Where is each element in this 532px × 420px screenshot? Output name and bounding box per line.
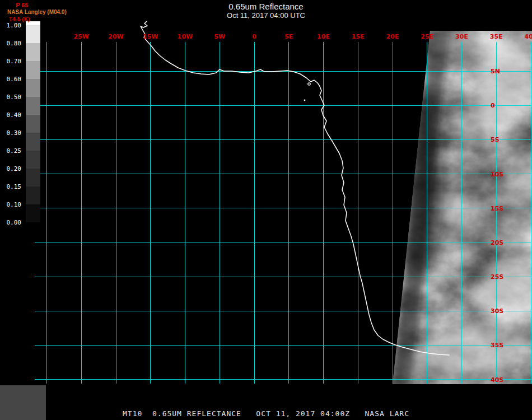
colorbar-segment — [26, 133, 40, 151]
colorbar-tick-label: 1.00 — [2, 22, 21, 29]
page-subtitle: Oct 11, 2017 04:00 UTC — [0, 11, 532, 20]
colorbar-tick-label: 0.40 — [2, 111, 21, 119]
colorbar-tick-label: 0.70 — [2, 58, 21, 65]
colorbar-tick-label: 0.20 — [2, 165, 21, 172]
nasa-langley-label: NASA Langley (M04.0) — [7, 9, 67, 15]
latitude-label: 0 — [491, 102, 495, 109]
colorbar-segment — [26, 186, 40, 204]
longitude-label: 10E — [317, 33, 330, 40]
longitude-label: 25E — [421, 33, 433, 40]
latitude-label: 5N — [491, 68, 500, 75]
longitude-label: 30E — [455, 33, 468, 40]
colorbar-gradient — [26, 21, 40, 222]
longitude-label: 5E — [284, 33, 293, 40]
page-title: 0.65um Reflectance — [0, 2, 532, 11]
product-code-label: P 65 — [16, 2, 28, 8]
longitude-label: 5W — [214, 33, 225, 40]
colorbar-tick-label: 0.60 — [2, 76, 21, 83]
latitude-label: 20S — [491, 239, 503, 246]
longitude-label: 15E — [352, 33, 365, 40]
longitude-label: 0 — [252, 33, 256, 40]
channel-label: T4-5 (K) — [9, 16, 30, 22]
longitude-label: 35E — [490, 33, 503, 40]
colorbar-segment — [26, 43, 40, 61]
sao-tome-island-dot — [304, 100, 306, 101]
colorbar-segment — [26, 79, 40, 97]
footer-caption: MT10 0.65UM REFLECTANCE OCT 11, 2017 04:… — [0, 409, 532, 418]
colorbar-tick-label: 0.80 — [2, 40, 21, 47]
longitude-label: 20E — [386, 33, 399, 40]
colorbar-tick-label: 0.50 — [2, 94, 21, 101]
latitude-label: 30S — [491, 307, 503, 315]
colorbar-segment — [26, 169, 40, 186]
colorbar-tick-label: 0.00 — [2, 219, 21, 226]
colorbar-segment — [26, 25, 40, 43]
colorbar-segment — [26, 97, 40, 115]
longitude-label: 10W — [178, 33, 193, 40]
colorbar-segment — [26, 115, 40, 133]
bioko-island-dot — [308, 83, 310, 85]
satellite-product-screen: 0.65um Reflectance Oct 11, 2017 04:00 UT… — [0, 0, 532, 420]
colorbar-segment — [26, 151, 40, 169]
colorbar-tick-label: 0.25 — [2, 147, 21, 155]
latitude-label: 40S — [491, 376, 503, 383]
latitude-label: 25S — [491, 273, 503, 281]
colorbar-tick-label: 0.30 — [2, 129, 21, 137]
map-canvas — [0, 0, 532, 420]
colorbar-segment — [26, 61, 40, 79]
latitude-label: 35S — [491, 342, 503, 349]
longitude-label: 25W — [74, 33, 89, 40]
longitude-label: 20W — [108, 33, 123, 40]
latitude-label: 5S — [491, 136, 500, 143]
longitude-label: 40E — [525, 33, 532, 40]
colorbar-tick-label: 0.10 — [2, 201, 21, 208]
longitude-label: 15W — [143, 33, 158, 40]
colorbar-segment — [26, 204, 40, 222]
latitude-label: 15S — [491, 204, 503, 212]
latitude-label: 10S — [491, 170, 503, 178]
colorbar-tick-label: 0.15 — [2, 183, 21, 190]
satellite-swath-imagery — [389, 28, 532, 386]
